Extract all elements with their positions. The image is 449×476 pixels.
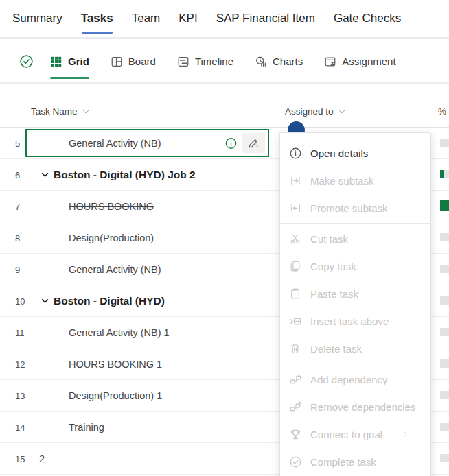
task-name[interactable]: Design(Production) 1 (69, 390, 162, 401)
task-name[interactable]: 2 (39, 453, 45, 464)
menu-item-add-dependency[interactable]: Add dependency (280, 366, 430, 393)
menu-item-label: Delete task (310, 343, 362, 355)
edit-pen-icon (247, 137, 260, 150)
progress-bar (440, 359, 449, 368)
view-label: Grid (68, 56, 89, 67)
task-name[interactable]: General Activity (NB) (69, 264, 161, 275)
tab-sap-financial-item[interactable]: SAP Financial Item (216, 0, 315, 37)
task-name[interactable]: General Activity (NB) 1 (69, 327, 170, 338)
paste-icon (289, 287, 303, 300)
progress-bar (440, 454, 449, 462)
assignment-icon (324, 56, 336, 68)
row-number: 7 (15, 201, 20, 211)
promote-subtask-icon (289, 202, 303, 215)
view-assignment[interactable]: Assignment (324, 40, 395, 83)
menu-item-make-subtask[interactable]: Make subtask (280, 167, 430, 194)
row-number: 14 (15, 422, 25, 432)
chevron-down-icon (338, 108, 346, 116)
add-dependency-icon (289, 373, 303, 386)
task-name[interactable]: HOURS BOOKING 1 (69, 359, 162, 370)
menu-item-label: Make subtask (310, 175, 374, 187)
task-name[interactable]: HOURS BOOKING (69, 201, 154, 212)
column-task-name[interactable]: Task Name (31, 106, 90, 117)
tab-gate-checks[interactable]: Gate Checks (334, 0, 401, 37)
progress-bar (440, 423, 449, 431)
tab-kpi[interactable]: KPI (179, 0, 197, 37)
row-number: 8 (15, 233, 20, 243)
view-label: Assignment (342, 56, 395, 67)
copy-icon (289, 260, 303, 272)
view-label: Board (128, 56, 156, 67)
menu-item-connect-to-goal[interactable]: Connect to goal (280, 420, 430, 448)
tab-tasks[interactable]: Tasks (81, 0, 113, 37)
view-board[interactable]: Board (111, 40, 156, 83)
row-number: 11 (15, 327, 25, 337)
view-grid[interactable]: Grid (50, 40, 89, 83)
column-assigned-to[interactable]: Assigned to (285, 106, 346, 117)
cut-icon (289, 233, 303, 245)
view-label: Timeline (195, 56, 233, 67)
view-switcher: GridBoardTimelineChartsAssignment (0, 41, 449, 84)
chevron-down-icon (82, 108, 90, 116)
top-nav-tabs: SummaryTasksTeamKPISAP Financial ItemGat… (0, 0, 449, 39)
view-list: GridBoardTimelineChartsAssignment (50, 40, 396, 83)
edit-task-button[interactable] (242, 133, 265, 153)
menu-item-label: Insert task above (310, 316, 389, 327)
task-name[interactable]: Boston - Digital (HYD) (54, 295, 165, 307)
chevron-down-group-icon[interactable] (41, 296, 49, 305)
progress-bar (440, 233, 449, 241)
timeline-icon (177, 56, 189, 68)
remove-dependencies-icon (289, 401, 303, 414)
progress-bar (440, 391, 449, 399)
view-label: Charts (273, 56, 303, 67)
menu-item-label: Promote subtask (310, 202, 388, 214)
menu-item-paste-task[interactable]: Paste task (280, 280, 430, 307)
task-name[interactable]: Boston - Digital (HYD) Job 2 (54, 169, 196, 181)
charts-icon (255, 56, 267, 68)
task-name[interactable]: General Activity (NB) (69, 138, 161, 149)
grid-icon (50, 56, 62, 68)
menu-item-delete-task[interactable]: Delete task (280, 335, 430, 362)
view-timeline[interactable]: Timeline (177, 40, 233, 83)
column-percent[interactable]: % (438, 106, 446, 117)
row-number: 13 (15, 390, 25, 401)
chevron-down-group-icon[interactable] (41, 170, 49, 179)
tab-summary[interactable]: Summary (12, 0, 62, 37)
menu-item-label: Copy task (310, 261, 356, 272)
menu-item-copy-task[interactable]: Copy task (280, 252, 430, 280)
make-subtask-icon (289, 174, 303, 187)
view-charts[interactable]: Charts (255, 40, 303, 83)
row-number: 9 (15, 264, 20, 274)
menu-item-cut-task[interactable]: Cut task (280, 225, 430, 252)
menu-item-insert-task-above[interactable]: Insert task above (280, 307, 430, 335)
progress-bar (440, 328, 449, 336)
menu-item-label: Remove dependencies (310, 401, 415, 413)
progress-bar (440, 200, 449, 209)
menu-item-remove-dependencies[interactable]: Remove dependencies (280, 393, 430, 420)
info-icon (289, 147, 303, 160)
board-icon (111, 56, 123, 68)
task-name[interactable]: Training (69, 422, 104, 433)
row-number: 10 (15, 296, 25, 306)
check-circle-icon[interactable] (19, 54, 34, 69)
column-assigned-to-label: Assigned to (285, 106, 334, 117)
insert-above-icon (289, 315, 303, 328)
menu-divider (280, 364, 430, 364)
info-icon[interactable] (224, 136, 238, 150)
tab-team[interactable]: Team (132, 0, 161, 37)
row-number: 5 (15, 138, 20, 148)
menu-item-label: Open details (310, 147, 368, 159)
menu-item-promote-subtask[interactable]: Promote subtask (280, 194, 430, 222)
menu-item-label: Paste task (310, 288, 358, 300)
complete-icon (289, 455, 303, 468)
submenu-chevron-icon (401, 430, 415, 438)
task-context-menu: Open detailsMake subtaskPromote subtaskC… (279, 132, 431, 476)
row-number: 12 (15, 359, 25, 369)
menu-divider (280, 223, 430, 224)
menu-item-complete-task[interactable]: Complete task (280, 448, 430, 475)
task-name[interactable]: Design(Production) (69, 233, 154, 243)
progress-bar (440, 296, 449, 305)
goal-icon (289, 428, 303, 441)
row-number: 15 (15, 453, 25, 464)
menu-item-open-details[interactable]: Open details (280, 139, 430, 167)
